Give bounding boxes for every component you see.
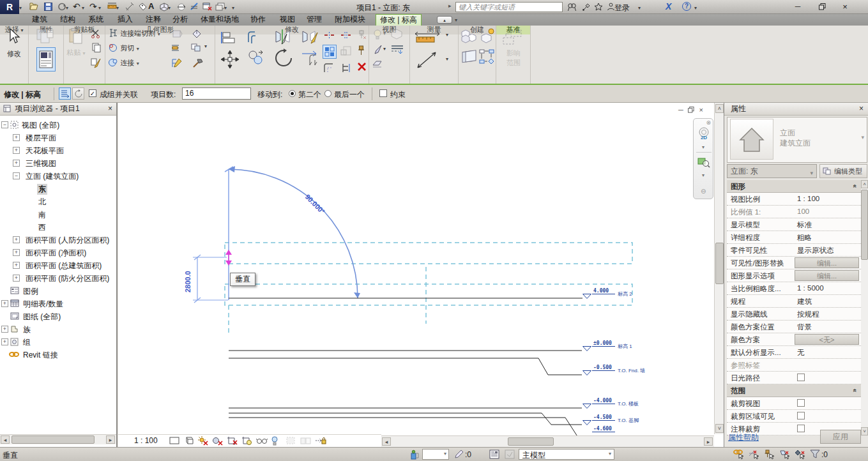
tree-item-elevations[interactable]: −立面 (建筑立面) xyxy=(0,170,116,182)
tree-item-families[interactable]: + 族 xyxy=(0,323,116,335)
property-row-view-scale[interactable]: 视图比例1 : 100 xyxy=(727,193,861,206)
create-assembly-icon[interactable] xyxy=(478,49,495,67)
expander-icon[interactable]: + xyxy=(13,262,20,269)
undo-icon[interactable]: ↶ xyxy=(73,1,80,11)
cut-geometry-button[interactable]: 剪切 ▾ xyxy=(109,43,139,53)
tree-item-area-plan-4[interactable]: +面积平面 (防火分区面积) xyxy=(0,272,116,284)
radio-last[interactable] xyxy=(324,90,331,97)
scroll-thumb[interactable] xyxy=(715,243,724,284)
sign-in-dropdown-icon[interactable]: ▾ xyxy=(638,5,641,11)
tree-item-area-plan-2[interactable]: +面积平面 (净面积) xyxy=(0,246,116,259)
tree-item-area-plan-3[interactable]: +面积平面 (总建筑面积) xyxy=(0,259,116,271)
filter-icon[interactable] xyxy=(810,450,821,460)
property-row-crop-visible[interactable]: 裁剪区域可见 xyxy=(727,410,861,423)
zoom-region-icon[interactable] xyxy=(697,156,710,170)
temporary-view-icon[interactable] xyxy=(271,436,282,446)
copy-elements-icon[interactable] xyxy=(247,50,265,66)
aligned-dimension-icon[interactable] xyxy=(124,2,135,12)
tab-insert[interactable]: 插入 xyxy=(114,14,137,26)
annotation-crop-checkbox[interactable] xyxy=(797,425,805,432)
help-icon[interactable]: ? xyxy=(682,2,691,11)
tree-item-south[interactable]: 南 xyxy=(0,208,116,220)
scroll-down-icon[interactable]: ˅ xyxy=(861,427,868,435)
tab-collaborate[interactable]: 协作 xyxy=(247,14,270,26)
scroll-right-icon[interactable]: ▸ xyxy=(106,435,115,444)
tree-item-legends[interactable]: 图例 xyxy=(0,285,116,297)
dimension-icon[interactable] xyxy=(415,50,439,72)
workset-combo[interactable]: ▾ xyxy=(422,449,449,460)
scroll-thumb[interactable] xyxy=(11,435,95,444)
view-minimize-icon[interactable]: ─ xyxy=(678,106,683,114)
property-row-crop-view[interactable]: 裁剪视图 xyxy=(727,397,861,410)
create-parts-icon[interactable] xyxy=(461,49,478,67)
3d-view-dropdown-icon[interactable]: ▾ xyxy=(168,5,171,11)
undo-dropdown-icon[interactable]: ▾ xyxy=(82,5,84,11)
mirror-axis-icon[interactable] xyxy=(274,29,292,45)
wheel-dropdown-icon[interactable]: ▾ xyxy=(702,144,704,150)
tree-item-revit-links[interactable]: Revit 链接 xyxy=(0,349,116,361)
copy-icon[interactable] xyxy=(92,43,101,54)
measure-dropdown-icon[interactable]: ▾ xyxy=(116,5,119,11)
scroll-thumb[interactable] xyxy=(508,437,554,446)
shadows-icon[interactable] xyxy=(212,436,223,446)
scroll-thumb[interactable] xyxy=(861,190,868,260)
properties-scrollbar[interactable]: ˄ ˅ xyxy=(861,180,868,435)
expander-icon[interactable]: + xyxy=(1,326,8,333)
expander-icon[interactable]: + xyxy=(13,160,20,167)
select-pinned-icon[interactable] xyxy=(764,450,775,460)
worksets-icon[interactable] xyxy=(410,450,422,460)
communication-center-icon[interactable] xyxy=(581,2,592,12)
tab-architecture[interactable]: 建筑 xyxy=(28,14,51,26)
tree-item-3d-views[interactable]: +三维视图 xyxy=(0,157,116,169)
view-restore-icon[interactable] xyxy=(688,106,694,114)
drag-on-selection-icon[interactable] xyxy=(795,450,806,460)
rotate-icon[interactable] xyxy=(274,49,293,68)
select-by-face-icon[interactable] xyxy=(779,450,791,460)
beam-cope-button[interactable]: 连接端切割 ▾ xyxy=(109,29,160,38)
edit-type-button[interactable]: 编辑类型 xyxy=(819,164,867,178)
zoom-dropdown-icon[interactable]: ▾ xyxy=(702,172,704,178)
expander-icon[interactable]: − xyxy=(1,121,8,128)
trim-multiple-icon[interactable] xyxy=(340,63,352,75)
detail-level-icon[interactable] xyxy=(169,436,180,446)
trim-extend-icon[interactable] xyxy=(301,49,320,66)
create-group-icon[interactable] xyxy=(478,27,495,46)
property-row-graphic-display[interactable]: 图形显示选项编辑... xyxy=(727,269,861,282)
scroll-left-icon[interactable]: ◂ xyxy=(382,437,391,446)
constrain-checkbox[interactable] xyxy=(379,89,387,97)
property-row-analysis-display[interactable]: 默认分析显示...无 xyxy=(727,346,861,359)
section-header-graphics[interactable]: 图形« xyxy=(727,180,861,193)
canvas-h-scrollbar[interactable]: ◂ ▸ xyxy=(381,435,714,447)
property-row-detail-level[interactable]: 详细程度粗略 xyxy=(727,231,861,244)
scroll-down-icon[interactable]: ˅ xyxy=(715,424,724,433)
tab-analyze[interactable]: 分析 xyxy=(169,14,192,26)
tree-item-area-plan-1[interactable]: +面积平面 (人防分区面积) xyxy=(0,234,116,246)
reveal-hidden-icon[interactable] xyxy=(256,436,267,446)
sync-dropdown-icon[interactable]: ▾ xyxy=(66,5,68,11)
scroll-left-icon[interactable]: ◂ xyxy=(1,435,10,444)
steering-wheel-icon[interactable]: 2D xyxy=(697,126,711,142)
tree-item-groups[interactable]: + 组 xyxy=(0,336,116,348)
array-radial-toggle[interactable] xyxy=(72,87,84,100)
tree-item-views[interactable]: − 视图 (全部) xyxy=(0,119,116,131)
qat-customize-icon[interactable]: ▾ xyxy=(232,5,234,11)
save-icon[interactable] xyxy=(42,2,54,12)
design-options-icon[interactable] xyxy=(489,450,501,460)
collapse-section-icon[interactable]: « xyxy=(852,185,859,188)
edit-button[interactable]: 编辑... xyxy=(795,270,859,281)
expander-icon[interactable]: + xyxy=(13,236,20,243)
demolish-icon[interactable]: ▾ xyxy=(191,42,204,54)
property-row-color-scheme[interactable]: 颜色方案<无> xyxy=(727,333,861,346)
search-icon[interactable] xyxy=(566,2,577,12)
restore-button[interactable] xyxy=(815,2,829,12)
app-menu-button[interactable]: R xyxy=(0,0,19,14)
select-underlay-icon[interactable] xyxy=(749,450,760,460)
search-expand-icon[interactable]: ▸ xyxy=(448,3,452,9)
canvas-v-scrollbar[interactable]: ˄ ˅ xyxy=(714,103,724,434)
crop-view-icon[interactable] xyxy=(227,436,238,446)
split-gap-icon[interactable] xyxy=(340,31,351,42)
array-linear-toggle[interactable] xyxy=(59,87,71,100)
tab-modify-levels[interactable]: 修改 | 标高 xyxy=(376,14,422,26)
property-row-coarse-scale[interactable]: 当比例粗略度...1 : 5000 xyxy=(727,282,861,295)
help-dropdown-icon[interactable]: ▾ xyxy=(694,5,697,11)
